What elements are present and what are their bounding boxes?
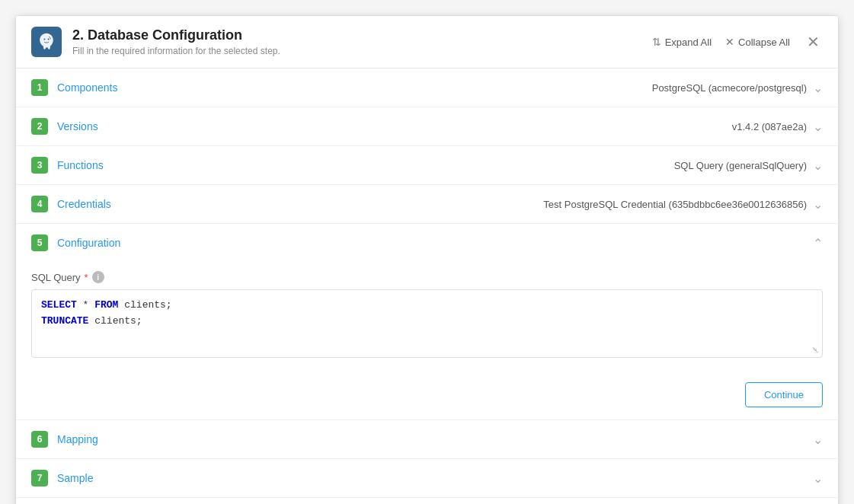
section-5-header[interactable]: 5 Configuration ⌃ [16, 224, 838, 262]
section-right-4: Test PostgreSQL Credential (635bdbbc6ee3… [543, 197, 823, 212]
sql-query-label-text: SQL Query [31, 272, 81, 283]
chevron-down-icon-4: ⌄ [813, 197, 823, 212]
continue-button[interactable]: Continue [745, 382, 823, 407]
header-left: 2. Database Configuration Fill in the re… [31, 27, 280, 57]
resize-handle[interactable]: ⤡ [812, 346, 819, 356]
step-badge-3: 3 [31, 157, 48, 174]
modal-body: 1 Components PostgreSQL (acmecore/postgr… [16, 69, 838, 504]
modal-header: 2. Database Configuration Fill in the re… [16, 16, 838, 69]
section-row-2[interactable]: 2 Versions v1.4.2 (087ae2a) ⌄ [16, 107, 838, 146]
step-badge-2: 2 [31, 118, 48, 135]
section-left-1: 1 Components [31, 79, 117, 96]
section-label-4: Credentials [57, 198, 111, 210]
collapse-all-button[interactable]: ✕ Collapse All [725, 36, 790, 48]
section-label-7: Sample [57, 472, 93, 484]
section-right-1: PostgreSQL (acmecore/postgresql) ⌄ [652, 81, 823, 95]
chevron-down-icon-3: ⌄ [813, 158, 823, 173]
section-row-6[interactable]: 6 Mapping ⌄ [16, 420, 838, 459]
expand-all-button[interactable]: ⇅ Expand All [652, 36, 712, 48]
section-left-2: 2 Versions [31, 118, 98, 135]
section-5-content: SQL Query * i SELECT * FROM clients; TRU… [16, 262, 838, 373]
svg-point-1 [43, 38, 45, 40]
section-row-3[interactable]: 3 Functions SQL Query (generalSqlQuery) … [16, 146, 838, 185]
section-label-3: Functions [57, 159, 104, 171]
expand-all-label: Expand All [665, 37, 712, 48]
section-row-8[interactable]: 8 Summary ⌃ [16, 498, 838, 504]
section-value-4: Test PostgreSQL Credential (635bdbbc6ee3… [543, 199, 807, 210]
section-left-4: 4 Credentials [31, 196, 111, 212]
section-right-3: SQL Query (generalSqlQuery) ⌄ [674, 158, 823, 173]
section-value-2: v1.4.2 (087ae2a) [732, 121, 807, 132]
section-right-2: v1.4.2 (087ae2a) ⌄ [732, 120, 823, 134]
expand-all-icon: ⇅ [652, 36, 661, 48]
section-value-1: PostgreSQL (acmecore/postgresql) [652, 82, 807, 94]
sql-query-field-label: SQL Query * i [31, 271, 823, 283]
chevron-down-icon-2: ⌄ [813, 120, 823, 134]
step-badge-5: 5 [31, 234, 48, 251]
section-right-7: ⌄ [813, 471, 823, 486]
section-right-6: ⌄ [813, 432, 823, 447]
collapse-all-icon: ✕ [725, 36, 734, 48]
modal-subtitle: Fill in the required information for the… [72, 46, 280, 56]
title-block: 2. Database Configuration Fill in the re… [72, 27, 280, 56]
modal-container: 2. Database Configuration Fill in the re… [15, 15, 839, 504]
collapse-all-label: Collapse All [738, 37, 790, 48]
section-row-4[interactable]: 4 Credentials Test PostgreSQL Credential… [16, 185, 838, 224]
section-row-7[interactable]: 7 Sample ⌄ [16, 459, 838, 498]
section-left-3: 3 Functions [31, 157, 104, 174]
required-indicator: * [85, 272, 88, 283]
section-left-5: 5 Configuration [31, 234, 120, 251]
postgres-icon [31, 27, 62, 57]
info-icon[interactable]: i [92, 271, 104, 283]
section-label-2: Versions [57, 120, 98, 132]
close-button[interactable]: ✕ [804, 33, 823, 51]
section-right-5: ⌃ [813, 236, 823, 250]
section-5-expanded: 5 Configuration ⌃ SQL Query * i SELECT *… [16, 224, 838, 420]
section-left-6: 6 Mapping [31, 431, 98, 448]
svg-point-2 [48, 38, 50, 40]
section-label-1: Components [57, 81, 117, 94]
sql-line-2: TRUNCATE clients; [41, 314, 813, 330]
chevron-down-icon-7: ⌄ [813, 471, 823, 486]
section-value-3: SQL Query (generalSqlQuery) [674, 160, 807, 171]
step-badge-6: 6 [31, 431, 48, 448]
step-badge-1: 1 [31, 79, 48, 96]
section-left-7: 7 Sample [31, 470, 93, 486]
step-badge-7: 7 [31, 470, 48, 486]
section-label-6: Mapping [57, 433, 98, 445]
section-row-1[interactable]: 1 Components PostgreSQL (acmecore/postgr… [16, 69, 838, 107]
chevron-down-icon-1: ⌄ [813, 81, 823, 95]
chevron-down-icon-6: ⌄ [813, 432, 823, 447]
chevron-up-icon-5: ⌃ [813, 236, 823, 250]
sql-line-1: SELECT * FROM clients; [41, 298, 813, 314]
step-badge-4: 4 [31, 196, 48, 212]
modal-title: 2. Database Configuration [72, 27, 280, 44]
section-label-5: Configuration [57, 237, 120, 249]
header-right: ⇅ Expand All ✕ Collapse All ✕ [652, 33, 823, 51]
continue-row: Continue [16, 373, 838, 419]
sql-query-display: SELECT * FROM clients; TRUNCATE clients;… [31, 289, 823, 358]
